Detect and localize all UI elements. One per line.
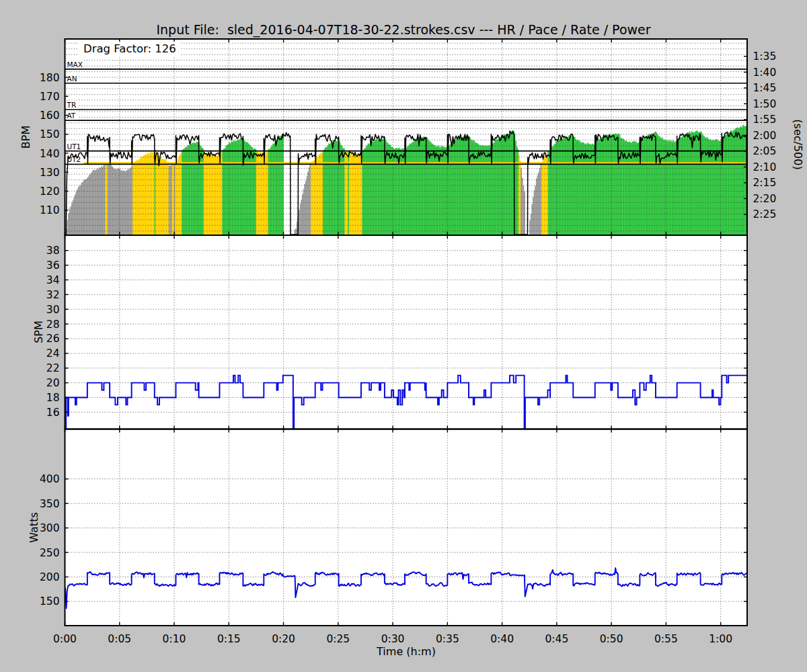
watts-axis-label: Watts — [28, 512, 40, 542]
watts-tick-label: 300 — [40, 522, 60, 534]
spm-tick-label: 34 — [46, 274, 60, 286]
bpm-tick-label: 150 — [40, 128, 60, 140]
figure-title: Input File: sled_2016-04-07T18-30-22.str… — [156, 22, 650, 37]
pace-tick-label: 2:20 — [753, 193, 777, 205]
time-tick-label: 1:00 — [709, 633, 732, 645]
pace-tick-label: 1:40 — [753, 67, 777, 79]
pace-tick-label: 2:00 — [753, 130, 777, 142]
pace-tick-label: 1:45 — [753, 82, 777, 94]
spm-plot-area — [65, 235, 748, 429]
time-tick-label: 0:15 — [217, 633, 241, 645]
figure: MAXANTRATUT1UT21101201301401501601701801… — [0, 0, 807, 672]
watts-tick-label: 400 — [40, 473, 60, 485]
drag-factor-label: Drag Factor: 126 — [79, 42, 181, 56]
time-tick-label: 0:55 — [654, 633, 678, 645]
spm-axis-label: SPM — [32, 321, 45, 343]
time-tick-label: 0:05 — [108, 633, 131, 645]
watts-tick-label: 150 — [40, 595, 60, 607]
bpm-tick-label: 110 — [40, 204, 60, 216]
pace-tick-label: 2:15 — [753, 177, 777, 189]
bpm-tick-label: 160 — [40, 110, 60, 122]
spm-tick-label: 16 — [46, 407, 60, 419]
time-tick-label: 0:00 — [53, 633, 77, 645]
zone-label-max: MAX — [67, 60, 83, 69]
time-tick-label: 0:50 — [600, 633, 623, 645]
pace-tick-label: 2:25 — [753, 208, 777, 220]
bpm-tick-label: 170 — [40, 91, 60, 103]
bpm-tick-label: 140 — [40, 148, 60, 160]
pace-tick-label: 2:05 — [753, 145, 777, 157]
zone-label-ut1: UT1 — [67, 142, 81, 151]
time-tick-label: 0:40 — [490, 633, 514, 645]
spm-tick-label: 30 — [46, 304, 60, 316]
spm-tick-label: 28 — [46, 319, 60, 331]
spm-tick-label: 22 — [46, 362, 60, 374]
spm-tick-label: 38 — [46, 245, 60, 257]
pace-tick-label: 1:35 — [753, 50, 777, 62]
watts-tick-label: 200 — [40, 571, 60, 583]
time-tick-label: 0:10 — [163, 633, 186, 645]
w-plot-area — [65, 429, 748, 626]
time-tick-label: 0:45 — [545, 633, 568, 645]
hr-axis-label: BPM — [20, 126, 32, 149]
time-tick-label: 0:25 — [326, 633, 350, 645]
time-tick-label: 0:20 — [272, 633, 295, 645]
zone-label-an: AN — [67, 75, 77, 83]
spm-tick-label: 26 — [46, 333, 60, 345]
pace-axis-label: (sec/500) — [792, 119, 804, 169]
pace-tick-label: 2:10 — [753, 161, 777, 173]
spm-tick-label: 32 — [46, 289, 60, 301]
ut2-highlight-line — [65, 162, 748, 164]
zone-label-at: AT — [67, 112, 76, 120]
pace-tick-label: 1:55 — [753, 114, 777, 126]
watts-tick-label: 350 — [40, 498, 60, 510]
workout-charts: MAXANTRATUT1UT21101201301401501601701801… — [0, 0, 807, 672]
spm-tick-label: 18 — [46, 392, 60, 404]
watts-tick-label: 250 — [40, 547, 60, 559]
time-axis-label: Time (h:m) — [377, 645, 436, 658]
bpm-tick-label: 130 — [40, 167, 60, 179]
spm-tick-label: 36 — [46, 259, 60, 271]
spm-tick-label: 24 — [46, 347, 60, 360]
time-tick-label: 0:35 — [436, 633, 459, 645]
spm-tick-label: 20 — [46, 377, 60, 389]
time-tick-label: 0:30 — [381, 633, 405, 645]
bpm-tick-label: 180 — [40, 72, 60, 84]
pace-tick-label: 1:50 — [753, 98, 777, 110]
bpm-tick-label: 120 — [40, 185, 60, 198]
zone-label-tr: TR — [67, 101, 77, 109]
